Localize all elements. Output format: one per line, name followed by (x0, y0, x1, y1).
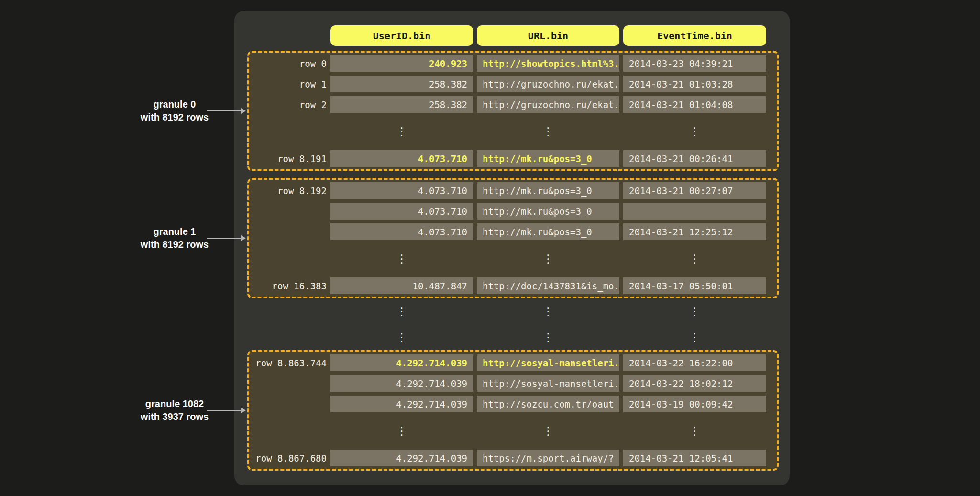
cell-url: http://gruzochno.ru/ekat... (477, 76, 619, 92)
table-row: 4.292.714.039 http://sosyal-mansetleri..… (249, 375, 766, 392)
cell-url: http://sosyal-mansetleri... (477, 375, 619, 392)
vertical-ellipsis: ⋮ (330, 117, 473, 146)
cell-userid: 4.073.710 (330, 150, 473, 167)
cell-eventtime: 2014-03-19 00:09:42 (623, 396, 766, 412)
cell-eventtime: 2014-03-21 12:05:41 (623, 450, 766, 466)
row-label: row 8.192 (249, 182, 327, 199)
cell-url: http://mk.ru&pos=3_0 (477, 203, 619, 220)
table-row: 4.292.714.039 http://sozcu.com.tr/oaut 2… (249, 396, 766, 412)
arrow-head-icon (241, 108, 246, 114)
granule-0-box: row 0 240.923 http://showtopics.html%3..… (247, 51, 779, 171)
cell-userid: 4.073.710 (330, 223, 473, 240)
ellipsis-row: ⋮ ⋮ ⋮ (249, 117, 766, 146)
table-row: row 0 240.923 http://showtopics.html%3..… (249, 55, 766, 72)
cell-eventtime: 2014-03-17 05:50:01 (623, 277, 766, 294)
column-headers-row: UserID.bin URL.bin EventTime.bin (249, 25, 790, 46)
vertical-ellipsis: ⋮ (330, 244, 473, 274)
cell-eventtime: 2014-03-22 16:22:00 (623, 354, 766, 371)
cell-eventtime: 2014-03-21 00:26:41 (623, 150, 766, 167)
cell-url: http://sosyal-mansetleri... (477, 354, 619, 371)
row-label: row 8.863.744 (249, 354, 327, 371)
table-row: row 8.867.680 4.292.714.039 https://m.sp… (249, 450, 766, 466)
cell-userid: 4.292.714.039 (330, 354, 473, 371)
arrow-head-icon (241, 235, 246, 241)
vertical-ellipsis: ⋮ (477, 298, 619, 324)
granule-1082-arrow (207, 407, 246, 414)
cell-eventtime-empty (623, 203, 766, 220)
vertical-ellipsis: ⋮ (623, 244, 766, 274)
cell-userid: 4.292.714.039 (330, 396, 473, 412)
cell-eventtime: 2014-03-21 12:25:12 (623, 223, 766, 240)
row-label: row 0 (249, 55, 327, 72)
row-label (249, 375, 327, 392)
granule-0-arrow (207, 108, 246, 114)
cell-userid: 4.073.710 (330, 182, 473, 199)
ellipsis-row: ⋮ ⋮ ⋮ (249, 324, 790, 350)
vertical-ellipsis: ⋮ (477, 324, 619, 350)
ellipsis-row: ⋮ ⋮ ⋮ (249, 416, 766, 446)
row-label: row 8.867.680 (249, 450, 327, 466)
table-row: row 1 258.382 http://gruzochno.ru/ekat..… (249, 76, 766, 92)
vertical-ellipsis: ⋮ (623, 117, 766, 146)
cell-url: http://mk.ru&pos=3_0 (477, 150, 619, 167)
cell-url: http://doc/1437831&is_mo... (477, 277, 619, 294)
vertical-ellipsis: ⋮ (477, 117, 619, 146)
vertical-ellipsis: ⋮ (623, 298, 766, 324)
cell-url: http://showtopics.html%3... (477, 55, 619, 72)
cell-userid: 258.382 (330, 76, 473, 92)
cell-userid: 10.487.847 (330, 277, 473, 294)
cell-userid: 4.292.714.039 (330, 450, 473, 466)
cell-eventtime: 2014-03-21 01:04:08 (623, 96, 766, 113)
cell-eventtime: 2014-03-21 01:03:28 (623, 76, 766, 92)
vertical-ellipsis: ⋮ (330, 416, 473, 446)
table-row: row 16.383 10.487.847 http://doc/1437831… (249, 277, 766, 294)
cell-url: http://mk.ru&pos=3_0 (477, 223, 619, 240)
skipped-granules-section: ⋮ ⋮ ⋮ ⋮ ⋮ ⋮ (249, 298, 790, 350)
table-row: row 8.191 4.073.710 http://mk.ru&pos=3_0… (249, 150, 766, 167)
cell-url: http://gruzochno.ru/ekat... (477, 96, 619, 113)
vertical-ellipsis: ⋮ (477, 416, 619, 446)
cell-userid: 258.382 (330, 96, 473, 113)
cell-userid: 4.292.714.039 (330, 375, 473, 392)
granule-1-box: row 8.192 4.073.710 http://mk.ru&pos=3_0… (247, 178, 779, 298)
cell-userid: 240.923 (330, 55, 473, 72)
ellipsis-row: ⋮ ⋮ ⋮ (249, 244, 766, 274)
row-label: row 2 (249, 96, 327, 113)
arrow-line (207, 238, 241, 239)
column-files-panel: UserID.bin URL.bin EventTime.bin row 0 2… (234, 11, 790, 485)
cell-url: http://mk.ru&pos=3_0 (477, 182, 619, 199)
column-header-url: URL.bin (477, 25, 619, 46)
table-row: row 8.863.744 4.292.714.039 http://sosya… (249, 354, 766, 371)
column-header-userid: UserID.bin (330, 25, 473, 46)
ellipsis-row: ⋮ ⋮ ⋮ (249, 298, 790, 324)
cell-eventtime: 2014-03-23 04:39:21 (623, 55, 766, 72)
cell-eventtime: 2014-03-21 00:27:07 (623, 182, 766, 199)
table-row: 4.073.710 http://mk.ru&pos=3_0 2014-03-2… (249, 223, 766, 240)
cell-eventtime: 2014-03-22 18:02:12 (623, 375, 766, 392)
cell-userid: 4.073.710 (330, 203, 473, 220)
row-label (249, 223, 327, 240)
table-row: row 8.192 4.073.710 http://mk.ru&pos=3_0… (249, 182, 766, 199)
row-label (249, 396, 327, 412)
vertical-ellipsis: ⋮ (623, 324, 766, 350)
vertical-ellipsis: ⋮ (477, 244, 619, 274)
diagram-canvas: UserID.bin URL.bin EventTime.bin row 0 2… (0, 0, 980, 496)
row-label: row 8.191 (249, 150, 327, 167)
column-header-eventtime: EventTime.bin (623, 25, 766, 46)
row-label: row 1 (249, 76, 327, 92)
vertical-ellipsis: ⋮ (623, 416, 766, 446)
row-label (249, 203, 327, 220)
cell-url: http://sozcu.com.tr/oaut (477, 396, 619, 412)
granule-1-arrow (207, 235, 246, 242)
arrow-line (207, 410, 241, 411)
arrow-head-icon (241, 408, 246, 413)
vertical-ellipsis: ⋮ (330, 298, 473, 324)
vertical-ellipsis: ⋮ (330, 324, 473, 350)
arrow-line (207, 110, 241, 111)
cell-url: https://m.sport.airway/? (477, 450, 619, 466)
row-label: row 16.383 (249, 277, 327, 294)
table-row: 4.073.710 http://mk.ru&pos=3_0 (249, 203, 766, 220)
granule-1082-box: row 8.863.744 4.292.714.039 http://sosya… (247, 350, 779, 471)
header-spacer (249, 25, 327, 46)
table-row: row 2 258.382 http://gruzochno.ru/ekat..… (249, 96, 766, 113)
